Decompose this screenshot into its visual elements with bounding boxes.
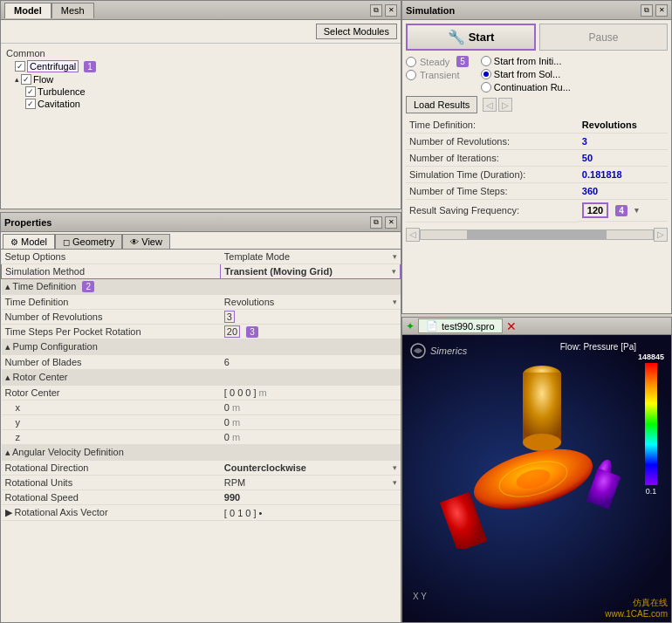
sim-panel-controls: ⧉ ✕ xyxy=(641,4,668,17)
rot-direction-row: Rotational Direction Counterclockwise ▾ xyxy=(2,461,401,476)
rotor-center-section: ▴ Rotor Center xyxy=(2,370,401,386)
time-def-section-label: ▴ Time Definition 2 xyxy=(2,279,401,295)
scroll-left-btn[interactable]: ◁ xyxy=(406,228,420,242)
properties-title: Properties xyxy=(4,217,51,228)
rotor-x-row: x 0 m xyxy=(2,400,401,415)
rotor-z-label: z xyxy=(2,430,221,445)
props-float-icon[interactable]: ⧉ xyxy=(370,216,382,229)
time-steps-row: Time Steps Per Pocket Rotation 20 3 xyxy=(2,325,401,339)
freq-dropdown-icon[interactable]: ▾ xyxy=(634,206,639,215)
props-tab-view[interactable]: 👁 View xyxy=(122,234,170,249)
props-tab-geometry[interactable]: ◻ Geometry xyxy=(55,234,122,249)
steady-radio[interactable] xyxy=(406,57,416,67)
scale-max-label: 148845 xyxy=(638,353,664,361)
turbulence-checkbox[interactable] xyxy=(25,86,36,97)
rotor-x-value: 0 m xyxy=(221,400,401,415)
properties-panel: Properties ⧉ ✕ ⚙ Model ◻ Geometry 👁 View xyxy=(0,212,401,623)
tree-item-centrifugal[interactable]: Centrifugal 1 xyxy=(4,59,397,73)
viz-add-icon[interactable]: ✦ xyxy=(406,320,415,332)
num-rev-param-value: 3 xyxy=(579,134,668,150)
viz-tab-area: ✦ 📄 test990.spro ✕ xyxy=(406,318,517,333)
tree-item-flow[interactable]: ▴ Flow xyxy=(4,73,397,86)
start-init-radio[interactable] xyxy=(481,56,491,66)
simulation-title: Simulation xyxy=(406,5,455,16)
sim-params-table: Time Definition: Revolutions Number of R… xyxy=(406,117,668,222)
axes-label: X Y xyxy=(413,592,427,601)
time-def-section: ▴ Time Definition 2 xyxy=(2,279,401,295)
badge-1: 1 xyxy=(84,61,96,72)
cavitation-checkbox[interactable] xyxy=(25,99,36,109)
props-close-icon[interactable]: ✕ xyxy=(385,216,397,229)
load-results-button[interactable]: Load Results xyxy=(406,96,477,113)
rot-dir-dropdown-icon[interactable]: ▾ xyxy=(393,463,397,472)
setup-dropdown-icon[interactable]: ▾ xyxy=(393,252,397,261)
transient-radio[interactable] xyxy=(406,70,416,80)
tab-mesh[interactable]: Mesh xyxy=(51,3,94,18)
time-def-dropdown-icon[interactable]: ▾ xyxy=(393,298,397,306)
flow-checkbox[interactable] xyxy=(21,74,31,85)
close-icon[interactable]: ✕ xyxy=(385,4,397,17)
load-results-row: Load Results ◁ ▷ xyxy=(406,96,668,113)
sim-method-dropdown-icon[interactable]: ▾ xyxy=(392,267,396,276)
continuation-run-item[interactable]: Continuation Ru... xyxy=(481,82,571,92)
steady-item[interactable]: Steady 5 xyxy=(406,56,469,67)
select-modules-button[interactable]: Select Modules xyxy=(316,24,397,39)
watermark-line2: www.1CAE.com xyxy=(605,609,668,619)
common-section-label: Common xyxy=(4,47,397,59)
properties-tabs: ⚙ Model ◻ Geometry 👁 View xyxy=(1,232,401,250)
h-scrollbar[interactable] xyxy=(420,229,654,240)
continuation-radio[interactable] xyxy=(481,82,491,92)
start-button[interactable]: 🔧 Start xyxy=(406,24,536,51)
sim-time-value: 0.181818 xyxy=(579,167,668,183)
color-scale: 148845 0.1 xyxy=(638,353,664,496)
num-iter-value: 50 xyxy=(579,150,668,167)
start-from-sol-item[interactable]: Start from Sol... xyxy=(481,69,571,79)
steady-label: Steady xyxy=(420,57,449,67)
sim-float-icon[interactable]: ⧉ xyxy=(641,4,653,17)
rot-units-dropdown-icon[interactable]: ▾ xyxy=(393,478,397,487)
cavitation-label: Cavitation xyxy=(38,99,80,109)
rotor-center-value: [ 0 0 0 ] m xyxy=(221,386,401,400)
rot-axis-row: ▶ Rotational Axis Vector [ 0 1 0 ] • xyxy=(2,505,401,521)
num-rev-param-row: Number of Revolutions: 3 xyxy=(406,134,668,150)
start-from-group: Start from Initi... Start from Sol... Co… xyxy=(481,56,571,92)
prev-arrow-btn[interactable]: ◁ xyxy=(483,98,497,112)
properties-table: Setup Options Template Mode ▾ Simulation… xyxy=(1,250,401,521)
start-from-init-item[interactable]: Start from Initi... xyxy=(481,56,571,66)
time-def-label: Time Definition xyxy=(2,295,221,310)
tab-model[interactable]: Model xyxy=(4,3,51,18)
sim-close-icon[interactable]: ✕ xyxy=(655,4,668,17)
model-panel-controls: ⧉ ✕ xyxy=(370,4,397,17)
geometry-tab-icon: ◻ xyxy=(63,237,70,247)
model-panel: Model Mesh ⧉ ✕ Select Modules Common Cen… xyxy=(0,0,401,209)
svg-rect-8 xyxy=(586,469,621,510)
simulation-content: 🔧 Start Pause Steady 5 xyxy=(402,20,671,245)
nav-arrows: ◁ ▷ xyxy=(483,98,512,112)
result-freq-row: Result Saving Frequency: 120 4 ▾ xyxy=(406,200,668,222)
num-iter-row: Number of Iterations: 50 xyxy=(406,150,668,167)
rot-dir-value: Counterclockwise ▾ xyxy=(221,461,401,476)
scroll-right-btn[interactable]: ▷ xyxy=(654,228,668,242)
transient-item[interactable]: Transient xyxy=(406,70,469,80)
tree-item-turbulence[interactable]: Turbulence xyxy=(4,86,397,98)
time-steps-value: 20 3 xyxy=(221,325,401,339)
sim-method-value: Transient (Moving Grid) ▾ xyxy=(221,264,401,279)
result-freq-label: Result Saving Frequency: xyxy=(406,200,579,222)
sim-time-label: Simulation Time (Duration): xyxy=(406,167,579,183)
simerics-icon xyxy=(409,342,427,359)
centrifugal-checkbox[interactable] xyxy=(15,61,25,72)
file-tab[interactable]: 📄 test990.spro xyxy=(418,318,503,333)
start-sol-radio[interactable] xyxy=(481,69,491,79)
flow-expand-icon[interactable]: ▴ xyxy=(15,75,19,84)
next-arrow-btn[interactable]: ▷ xyxy=(498,98,512,112)
tree-item-cavitation[interactable]: Cavitation xyxy=(4,98,397,110)
pump-config-label: ▴ Pump Configuration xyxy=(2,339,401,355)
sim-options-row: Steady 5 Transient Start from Initi... xyxy=(406,56,668,92)
num-time-steps-label: Number of Time Steps: xyxy=(406,183,579,200)
viz-close-icon[interactable]: ✕ xyxy=(506,319,517,333)
props-tab-model[interactable]: ⚙ Model xyxy=(3,234,55,249)
pause-button[interactable]: Pause xyxy=(539,24,668,51)
float-icon[interactable]: ⧉ xyxy=(370,4,382,17)
rotor-x-label: x xyxy=(2,400,221,415)
setup-options-label: Setup Options xyxy=(2,250,221,264)
